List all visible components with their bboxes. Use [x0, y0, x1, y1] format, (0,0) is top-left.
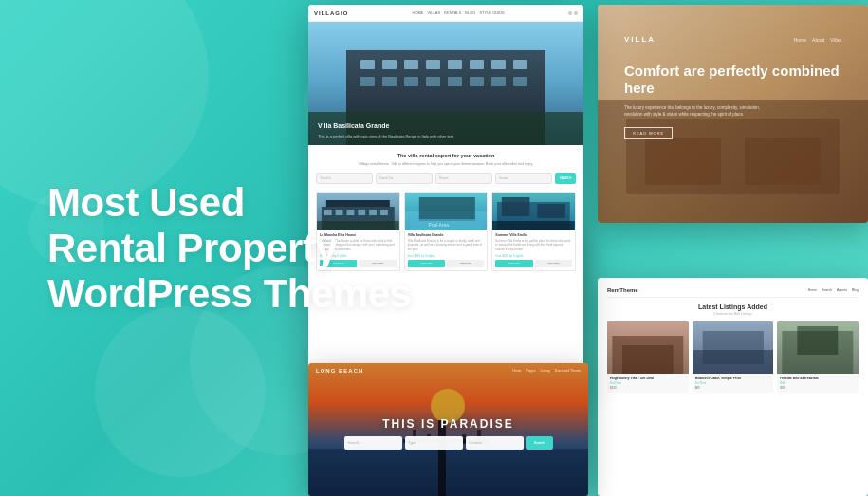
- listing-item-2: Beautiful Cabin, Simple Price For Rent $…: [693, 321, 774, 393]
- headline-line3: WordPress Themes: [47, 271, 411, 317]
- beach-type-field[interactable]: Type: [405, 436, 463, 450]
- listings-nav-home[interactable]: Home: [808, 288, 817, 292]
- beach-nav: LONG BEACH Home Pages Listing Download T…: [308, 363, 588, 378]
- luxury-readmore-btn[interactable]: READ MORE: [624, 127, 673, 139]
- listings-grid: Huge Sunny Villa - Get Deal Hot Deal $12…: [607, 321, 859, 393]
- svg-rect-48: [622, 345, 674, 374]
- villa-card-3-price: from $190 by 5 nights: [495, 254, 572, 258]
- long-beach-screenshot: LONG BEACH Home Pages Listing Download T…: [308, 363, 588, 496]
- beach-hero: LONG BEACH Home Pages Listing Download T…: [308, 363, 588, 496]
- villa-rooms-label: Rooms: [439, 176, 449, 180]
- beach-nav-pages[interactable]: Pages: [526, 369, 536, 373]
- svg-rect-14: [448, 77, 462, 86]
- villa-card-3-btns: Book Now View Detail: [495, 260, 572, 267]
- listings-nav-blog[interactable]: Blog: [852, 288, 859, 292]
- beach-nav-home[interactable]: Home: [512, 369, 521, 373]
- villa-nav-icons: [568, 11, 578, 15]
- luxury-hero: VILLA Home About Villas Comfort are perf…: [598, 5, 868, 223]
- beach-search-btn-text: Search: [534, 441, 545, 445]
- villa-card-2-view-text: View Detail: [459, 262, 471, 265]
- villa-guests-field[interactable]: Guests: [495, 173, 552, 184]
- villa-nav-blog[interactable]: BLOG: [465, 10, 475, 15]
- svg-text:Pool Area: Pool Area: [428, 223, 449, 228]
- villa-search-btn-text: SEARCH: [560, 176, 572, 180]
- headline-section: Most Used Rental Property WordPress Them…: [47, 179, 411, 317]
- villa-card-3-image: [492, 193, 575, 230]
- listings-nav-agents[interactable]: Agents: [837, 288, 847, 292]
- villa-card-3-book-btn[interactable]: Book Now: [495, 260, 532, 267]
- beach-nav-listing[interactable]: Listing: [541, 369, 550, 373]
- luxury-nav-villas[interactable]: Villas: [830, 37, 841, 43]
- listings-nav-search[interactable]: Search: [822, 288, 832, 292]
- listing-1-name: Huge Sunny Villa - Get Deal: [610, 377, 686, 380]
- beach-headline: THIS IS PARADISE: [382, 417, 513, 431]
- villa-card-3: Summer Villa Emilia Summer Villa Emilia …: [491, 192, 576, 271]
- villa-card-2-price: from $360 by 3 nights: [408, 254, 485, 258]
- villa-card-2-info: Villa Basilicata Grande Villa Basilicata…: [405, 230, 488, 270]
- luxury-headline: Comfort are perfectly combined here: [624, 63, 841, 97]
- villa-nav-links: HOME VILLAS RENTALS BLOG STYLE GUIDE: [413, 10, 505, 15]
- listing-1-image: [607, 321, 689, 374]
- villa-card-3-name: Summer Villa Emilia: [495, 233, 572, 237]
- beach-location-field[interactable]: Location: [466, 436, 524, 450]
- villa-hero: Villa Basilicata Grande This is a perfec…: [308, 22, 583, 145]
- villa-navbar: VILLAGIO HOME VILLAS RENTALS BLOG STYLE …: [308, 5, 583, 22]
- villa-card-2: Pool Area Villa Basilicata Grande Villa …: [404, 192, 489, 271]
- villa-card-2-book-text: Book Now: [421, 262, 432, 265]
- villa-card-3-view-btn[interactable]: View Detail: [535, 260, 572, 267]
- listing-1-price: $120: [610, 386, 686, 390]
- svg-rect-17: [513, 77, 527, 86]
- listing-item-1: Huge Sunny Villa - Get Deal Hot Deal $12…: [607, 321, 689, 393]
- listing-item-3: Hillside Bed & Breakfast B&B $95: [777, 321, 859, 393]
- svg-text:Villa Basilicata Grande: Villa Basilicata Grande: [318, 122, 389, 129]
- beach-nav-download[interactable]: Download Theme: [555, 369, 581, 373]
- villa-guests-label: Guests: [499, 176, 508, 180]
- villa-search-button[interactable]: SEARCH: [555, 173, 576, 184]
- villa-nav-villas[interactable]: VILLAS: [428, 10, 441, 15]
- luxury-logo: VILLA: [624, 35, 656, 44]
- listing-3-name: Hillside Bed & Breakfast: [780, 377, 856, 380]
- villa-card-2-view-btn[interactable]: View Detail: [447, 260, 484, 267]
- svg-text:This is a perfect villa with e: This is a perfect villa with epic view o…: [318, 134, 454, 138]
- listings-nav: RentTheme Home Search Agents Blog: [607, 287, 859, 298]
- beach-search-placeholder: Search...: [348, 441, 361, 445]
- luxury-nav-about[interactable]: About: [812, 37, 824, 43]
- listing-1-info: Huge Sunny Villa - Get Deal Hot Deal $12…: [607, 374, 689, 393]
- listings-subtitle: Checkout the Bali Listings: [607, 312, 859, 316]
- listings-nav-links: Home Search Agents Blog: [808, 288, 859, 292]
- beach-content: THIS IS PARADISE Search... Type Location…: [308, 378, 588, 496]
- villa-description: Villagio rental theme - Villa is differe…: [316, 162, 576, 167]
- svg-rect-4: [404, 60, 418, 69]
- villa-nav-home[interactable]: HOME: [413, 10, 424, 15]
- villa-rooms-field[interactable]: Rooms: [435, 173, 492, 184]
- luxury-villa-screenshot: VILLA Home About Villas Comfort are perf…: [598, 5, 868, 223]
- headline-text: Most Used Rental Property WordPress Them…: [47, 179, 411, 317]
- villa-card-3-book-text: Book Now: [508, 262, 519, 265]
- listing-2-price: $85: [695, 386, 771, 390]
- beach-location-label: Location: [470, 441, 482, 445]
- listing-2-image: [693, 321, 774, 374]
- villa-nav-style[interactable]: STYLE GUIDE: [479, 10, 504, 15]
- listing-2-name: Beautiful Cabin, Simple Price: [695, 377, 771, 380]
- listings-title: Latest Listings Added: [607, 303, 859, 310]
- listing-3-price: $95: [780, 386, 856, 390]
- villa-nav-rentals[interactable]: RENTALS: [444, 10, 461, 15]
- svg-rect-40: [492, 221, 575, 230]
- villa-card-3-desc: Summer Villa Emilia is the perfect place…: [495, 239, 572, 251]
- villa-card-3-view-text: View Detail: [547, 262, 559, 265]
- luxury-nav-home[interactable]: Home: [794, 37, 806, 43]
- villa-card-2-desc: Villa Basilicata Grande is for a couple …: [408, 239, 485, 251]
- svg-rect-9: [513, 60, 527, 69]
- villa-card-2-book-btn[interactable]: Book Now: [408, 260, 445, 267]
- svg-rect-10: [360, 77, 375, 86]
- beach-type-label: Type: [409, 441, 416, 445]
- listing-2-info: Beautiful Cabin, Simple Price For Rent $…: [693, 374, 774, 393]
- villa-tagline: The villa rental expert for your vacatio…: [316, 153, 576, 158]
- beach-search-button[interactable]: Search: [526, 436, 553, 450]
- svg-rect-6: [448, 60, 462, 69]
- beach-nav-links: Home Pages Listing Download Theme: [512, 369, 581, 373]
- listing-3-type: B&B: [780, 381, 856, 385]
- villa-card-2-btns: Book Now View Detail: [408, 260, 485, 267]
- beach-search-bar: Search... Type Location Search: [344, 436, 553, 450]
- beach-search-input[interactable]: Search...: [344, 436, 402, 450]
